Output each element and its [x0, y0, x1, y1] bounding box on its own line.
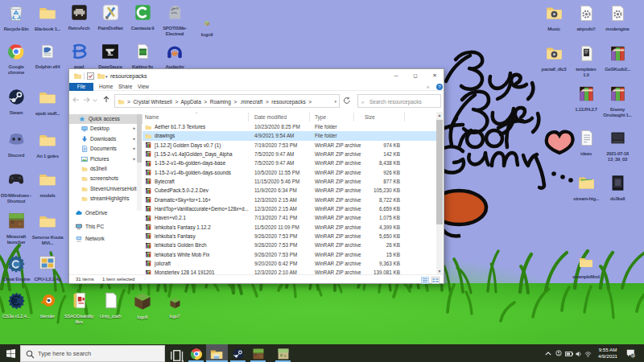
svg-text:4: 4 — [632, 354, 634, 358]
